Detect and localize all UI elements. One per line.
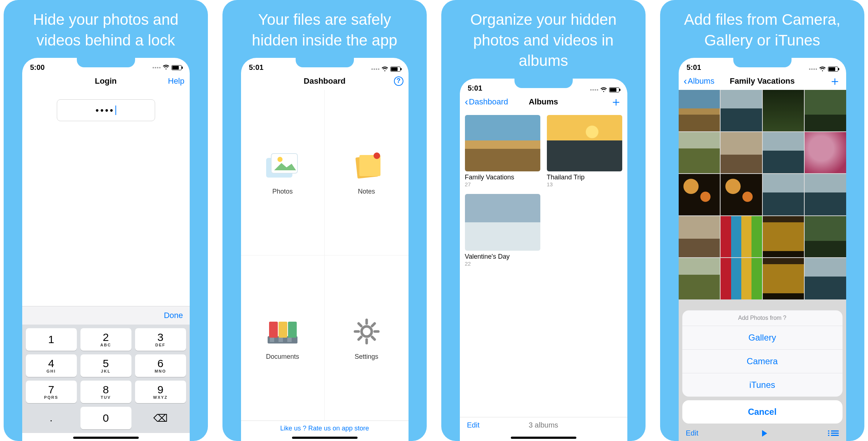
keypad-key-9[interactable]: 9WXYZ xyxy=(135,381,186,403)
album-thumbnail xyxy=(547,115,622,171)
keypad-delete[interactable]: ⌫ xyxy=(135,407,186,429)
help-icon[interactable]: ? xyxy=(394,72,403,90)
notes-icon xyxy=(347,150,387,183)
dashboard-item-label: Settings xyxy=(355,353,378,361)
battery-icon xyxy=(171,65,182,70)
svg-rect-8 xyxy=(279,322,287,338)
list-view-icon[interactable] xyxy=(831,430,839,436)
album-thumbnail xyxy=(465,115,540,171)
album-name: Valentine's Day xyxy=(465,253,540,261)
svg-rect-10 xyxy=(270,338,274,342)
album-item[interactable]: Family Vacations27 xyxy=(465,115,540,187)
action-sheet-title: Add Photos from ? xyxy=(682,310,843,326)
keypad-key-0[interactable]: 0 xyxy=(80,407,131,429)
back-button[interactable]: ‹Albums xyxy=(684,72,715,90)
album-count: 13 xyxy=(547,181,622,187)
svg-point-2 xyxy=(277,157,283,162)
action-sheet-cancel[interactable]: Cancel xyxy=(682,400,843,424)
keyboard-done-button[interactable]: Done xyxy=(164,311,183,320)
keypad-key-3[interactable]: 3DEF xyxy=(135,328,186,351)
dashboard-item-label: Documents xyxy=(266,353,299,361)
dashboard-item-documents[interactable]: Documents xyxy=(241,255,325,421)
photos-icon xyxy=(263,150,303,183)
nav-title: Albums xyxy=(529,97,558,107)
panel-caption: Hide your photos and videos behind a loc… xyxy=(4,0,208,58)
gear-icon xyxy=(347,315,387,348)
album-item[interactable]: Valentine's Day22 xyxy=(465,194,540,266)
battery-icon xyxy=(828,67,838,72)
dashboard-item-photos[interactable]: Photos xyxy=(241,90,325,255)
wifi-icon xyxy=(163,63,169,72)
edit-button[interactable]: Edit xyxy=(467,421,489,429)
svg-point-13 xyxy=(362,326,372,337)
status-time: 5:00 xyxy=(30,63,45,72)
album-name: Thailand Trip xyxy=(547,174,622,181)
svg-rect-9 xyxy=(288,322,297,338)
nav-title: Dashboard xyxy=(304,76,346,86)
keypad-key-dot[interactable]: . xyxy=(26,407,77,429)
add-button[interactable]: ＋ xyxy=(829,72,841,90)
documents-icon xyxy=(263,315,303,348)
wifi-icon xyxy=(600,87,607,92)
home-indicator xyxy=(73,437,139,439)
battery-icon xyxy=(609,87,619,92)
rate-us-link[interactable]: Like us ? Rate us on app store xyxy=(241,421,409,433)
action-sheet-option-gallery[interactable]: Gallery xyxy=(682,326,843,349)
status-time: 5:01 xyxy=(687,63,701,72)
keypad-key-6[interactable]: 6MNO xyxy=(135,354,186,377)
svg-rect-7 xyxy=(269,322,278,338)
battery-icon xyxy=(390,67,401,72)
wifi-icon xyxy=(819,67,826,72)
keypad-key-7[interactable]: 7PQRS xyxy=(26,381,77,403)
keypad-key-4[interactable]: 4GHI xyxy=(26,354,77,377)
album-count: 22 xyxy=(465,261,540,267)
nav-title: Login xyxy=(95,76,117,86)
chevron-left-icon: ‹ xyxy=(684,76,687,86)
panel-caption: Add files from Camera, Gallery or iTunes xyxy=(660,0,864,58)
dashboard-item-label: Photos xyxy=(272,188,293,195)
back-button[interactable]: ‹Dashboard xyxy=(465,93,508,110)
status-time: 5:01 xyxy=(468,84,482,92)
action-sheet: Add Photos from ? Gallery Camera iTunes … xyxy=(682,310,843,424)
numeric-keypad: 12ABC3DEF4GHI5JKL6MNO7PQRS8TUV9WXYZ.0⌫ xyxy=(22,325,190,433)
dashboard-item-label: Notes xyxy=(358,188,375,195)
edit-button[interactable]: Edit xyxy=(686,429,698,437)
album-item[interactable]: Thailand Trip13 xyxy=(547,115,622,187)
album-count: 27 xyxy=(465,181,540,187)
cellular-icon xyxy=(371,68,379,70)
help-button[interactable]: Help xyxy=(168,72,184,90)
panel-caption: Organize your hidden photos and videos i… xyxy=(441,0,646,79)
cellular-icon xyxy=(590,89,598,91)
password-mask: •••• xyxy=(95,105,114,116)
keypad-key-1[interactable]: 1 xyxy=(26,328,77,351)
panel-caption: Your files are safely hidden inside the … xyxy=(222,0,427,58)
keypad-key-2[interactable]: 2ABC xyxy=(80,328,131,351)
svg-rect-11 xyxy=(279,338,283,342)
add-button[interactable]: ＋ xyxy=(610,93,622,110)
cellular-icon xyxy=(153,67,161,68)
cellular-icon xyxy=(809,68,817,70)
album-name: Family Vacations xyxy=(465,174,540,181)
svg-rect-12 xyxy=(287,338,292,342)
albums-count: 3 albums xyxy=(529,421,558,429)
keypad-key-8[interactable]: 8TUV xyxy=(80,381,131,403)
nav-title: Family Vacations xyxy=(730,76,795,86)
album-thumbnail xyxy=(465,194,540,250)
dashboard-item-settings[interactable]: Settings xyxy=(325,255,409,421)
chevron-left-icon: ‹ xyxy=(465,97,468,107)
status-time: 5:01 xyxy=(249,63,264,72)
wifi-icon xyxy=(382,67,388,72)
play-icon[interactable] xyxy=(762,430,767,437)
action-sheet-option-itunes[interactable]: iTunes xyxy=(682,373,843,397)
dashboard-item-notes[interactable]: Notes xyxy=(325,90,409,255)
home-indicator xyxy=(292,437,358,439)
home-indicator xyxy=(511,437,576,439)
keypad-key-5[interactable]: 5JKL xyxy=(80,354,131,377)
password-input[interactable]: •••• xyxy=(57,99,155,121)
action-sheet-option-camera[interactable]: Camera xyxy=(682,349,843,373)
svg-point-5 xyxy=(374,152,380,159)
